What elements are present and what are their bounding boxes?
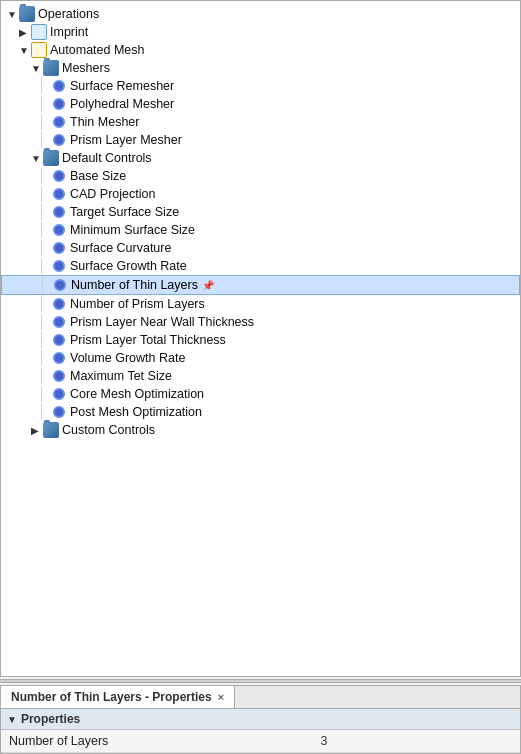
circle-icon-cad-projection <box>53 188 65 200</box>
property-name-number-of-layers: Number of Layers <box>1 730 312 753</box>
folder-icon-default-controls <box>43 150 59 166</box>
circle-icon-thin-mesher <box>53 116 65 128</box>
label-prism-layer-mesher: Prism Layer Mesher <box>70 133 182 147</box>
close-tab-button[interactable]: × <box>218 691 224 703</box>
circle-icon-number-of-prism-layers <box>53 298 65 310</box>
circle-icon-base-size <box>53 170 65 182</box>
tree-item-maximum-tet-size[interactable]: Maximum Tet Size <box>1 367 520 385</box>
label-custom-controls: Custom Controls <box>62 423 155 437</box>
folder-icon-meshers <box>43 60 59 76</box>
label-prism-layer-near-wall: Prism Layer Near Wall Thickness <box>70 315 254 329</box>
label-volume-growth-rate: Volume Growth Rate <box>70 351 185 365</box>
circle-icon-number-of-thin-layers <box>54 279 66 291</box>
tree-item-prism-layer-near-wall[interactable]: Prism Layer Near Wall Thickness <box>1 313 520 331</box>
label-default-controls: Default Controls <box>62 151 152 165</box>
toggle-custom-controls[interactable]: ▶ <box>31 425 43 436</box>
label-core-mesh-optimization: Core Mesh Optimization <box>70 387 204 401</box>
label-number-of-thin-layers: Number of Thin Layers <box>71 278 198 292</box>
imprint-icon <box>31 24 47 40</box>
tree-item-number-of-prism-layers[interactable]: Number of Prism Layers <box>1 295 520 313</box>
tree-item-prism-layer-total[interactable]: Prism Layer Total Thickness <box>1 331 520 349</box>
tree-item-operations[interactable]: ▼ Operations <box>1 5 520 23</box>
circle-icon-minimum-surface-size <box>53 224 65 236</box>
tab-label: Number of Thin Layers - Properties <box>11 690 212 704</box>
toggle-imprint[interactable]: ▶ <box>19 27 31 38</box>
circle-icon-surface-growth-rate <box>53 260 65 272</box>
properties-tab[interactable]: Number of Thin Layers - Properties × <box>1 686 235 708</box>
tree-item-core-mesh-optimization[interactable]: Core Mesh Optimization <box>1 385 520 403</box>
tree-item-polyhedral-mesher[interactable]: Polyhedral Mesher <box>1 95 520 113</box>
tree-item-prism-layer-mesher[interactable]: Prism Layer Mesher <box>1 131 520 149</box>
label-minimum-surface-size: Minimum Surface Size <box>70 223 195 237</box>
circle-icon-surface-curvature <box>53 242 65 254</box>
label-post-mesh-optimization: Post Mesh Optimization <box>70 405 202 419</box>
panel-divider <box>0 679 521 683</box>
properties-section-header[interactable]: ▼ Properties <box>1 709 520 730</box>
properties-tab-bar: Number of Thin Layers - Properties × <box>1 686 520 709</box>
label-target-surface-size: Target Surface Size <box>70 205 179 219</box>
label-base-size: Base Size <box>70 169 126 183</box>
properties-panel: Number of Thin Layers - Properties × ▼ P… <box>0 685 521 754</box>
toggle-default-controls[interactable]: ▼ <box>31 153 43 164</box>
property-row-number-of-layers: Number of Layers 3 <box>1 730 520 753</box>
properties-table: Number of Layers 3 <box>1 730 520 753</box>
label-prism-layer-total: Prism Layer Total Thickness <box>70 333 226 347</box>
tree-item-imprint[interactable]: ▶ Imprint <box>1 23 520 41</box>
folder-icon-operations <box>19 6 35 22</box>
tree-item-custom-controls[interactable]: ▶ Custom Controls <box>1 421 520 439</box>
label-polyhedral-mesher: Polyhedral Mesher <box>70 97 174 111</box>
tree-item-target-surface-size[interactable]: Target Surface Size <box>1 203 520 221</box>
circle-icon-prism-layer-near-wall <box>53 316 65 328</box>
circle-icon-maximum-tet-size <box>53 370 65 382</box>
tree-item-automated-mesh[interactable]: ▼ Automated Mesh <box>1 41 520 59</box>
label-surface-remesher: Surface Remesher <box>70 79 174 93</box>
tree-item-post-mesh-optimization[interactable]: Post Mesh Optimization <box>1 403 520 421</box>
tree-item-volume-growth-rate[interactable]: Volume Growth Rate <box>1 349 520 367</box>
label-thin-mesher: Thin Mesher <box>70 115 139 129</box>
circle-icon-volume-growth-rate <box>53 352 65 364</box>
toggle-operations[interactable]: ▼ <box>7 9 19 20</box>
property-value-number-of-layers: 3 <box>312 730 520 753</box>
pin-icon: 📌 <box>202 280 214 291</box>
tree-item-cad-projection[interactable]: CAD Projection <box>1 185 520 203</box>
tree-panel: ▼ Operations ▶ Imprint ▼ Automated Mesh … <box>0 0 521 677</box>
tree-item-number-of-thin-layers[interactable]: Number of Thin Layers 📌 <box>1 275 520 295</box>
circle-icon-polyhedral-mesher <box>53 98 65 110</box>
tree-item-default-controls[interactable]: ▼ Default Controls <box>1 149 520 167</box>
label-maximum-tet-size: Maximum Tet Size <box>70 369 172 383</box>
folder-icon-custom-controls <box>43 422 59 438</box>
tree-item-base-size[interactable]: Base Size <box>1 167 520 185</box>
tree-item-surface-curvature[interactable]: Surface Curvature <box>1 239 520 257</box>
label-number-of-prism-layers: Number of Prism Layers <box>70 297 205 311</box>
circle-icon-surface-remesher <box>53 80 65 92</box>
tree-item-minimum-surface-size[interactable]: Minimum Surface Size <box>1 221 520 239</box>
circle-icon-target-surface-size <box>53 206 65 218</box>
tree-item-thin-mesher[interactable]: Thin Mesher <box>1 113 520 131</box>
toggle-automated-mesh[interactable]: ▼ <box>19 45 31 56</box>
mesh-icon <box>31 42 47 58</box>
label-surface-growth-rate: Surface Growth Rate <box>70 259 187 273</box>
section-label: Properties <box>21 712 80 726</box>
circle-icon-prism-layer-mesher <box>53 134 65 146</box>
circle-icon-prism-layer-total <box>53 334 65 346</box>
section-arrow: ▼ <box>7 714 17 725</box>
label-surface-curvature: Surface Curvature <box>70 241 171 255</box>
toggle-meshers[interactable]: ▼ <box>31 63 43 74</box>
label-imprint: Imprint <box>50 25 88 39</box>
label-cad-projection: CAD Projection <box>70 187 155 201</box>
label-automated-mesh: Automated Mesh <box>50 43 145 57</box>
circle-icon-core-mesh-optimization <box>53 388 65 400</box>
tree-item-surface-growth-rate[interactable]: Surface Growth Rate <box>1 257 520 275</box>
label-operations: Operations <box>38 7 99 21</box>
tree-item-meshers[interactable]: ▼ Meshers <box>1 59 520 77</box>
circle-icon-post-mesh-optimization <box>53 406 65 418</box>
label-meshers: Meshers <box>62 61 110 75</box>
tree-item-surface-remesher[interactable]: Surface Remesher <box>1 77 520 95</box>
